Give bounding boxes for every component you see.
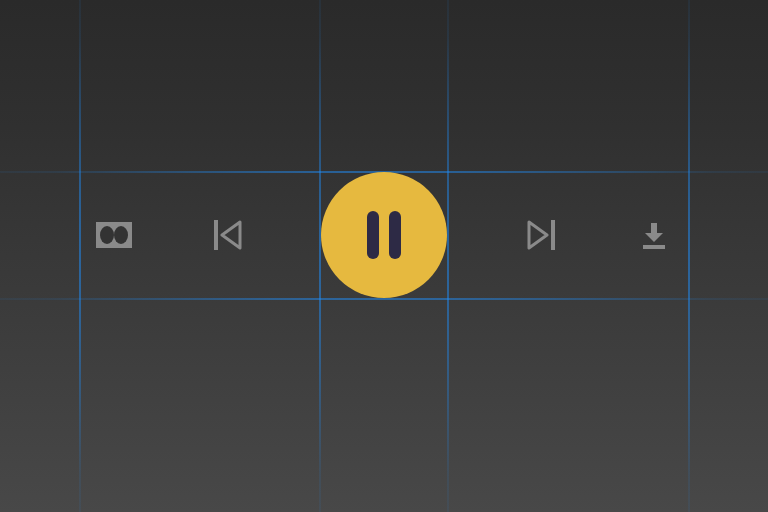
svg-point-1	[100, 226, 114, 244]
pause-icon	[361, 207, 407, 263]
svg-rect-8	[643, 245, 665, 249]
skip-previous-button[interactable]	[208, 215, 248, 255]
download-button[interactable]	[634, 215, 674, 255]
guide-line-vertical	[688, 0, 690, 512]
skip-next-button[interactable]	[521, 215, 561, 255]
dolby-button[interactable]	[94, 215, 134, 255]
guide-line-horizontal	[0, 298, 768, 300]
dolby-icon	[96, 222, 132, 248]
svg-rect-5	[389, 211, 401, 259]
svg-point-2	[114, 226, 128, 244]
player-controls	[80, 172, 688, 298]
skip-previous-icon	[214, 220, 242, 250]
skip-next-icon	[527, 220, 555, 250]
svg-rect-3	[214, 220, 218, 250]
download-icon	[640, 221, 668, 249]
svg-rect-6	[551, 220, 555, 250]
play-pause-button[interactable]	[321, 172, 447, 298]
svg-rect-4	[367, 211, 379, 259]
